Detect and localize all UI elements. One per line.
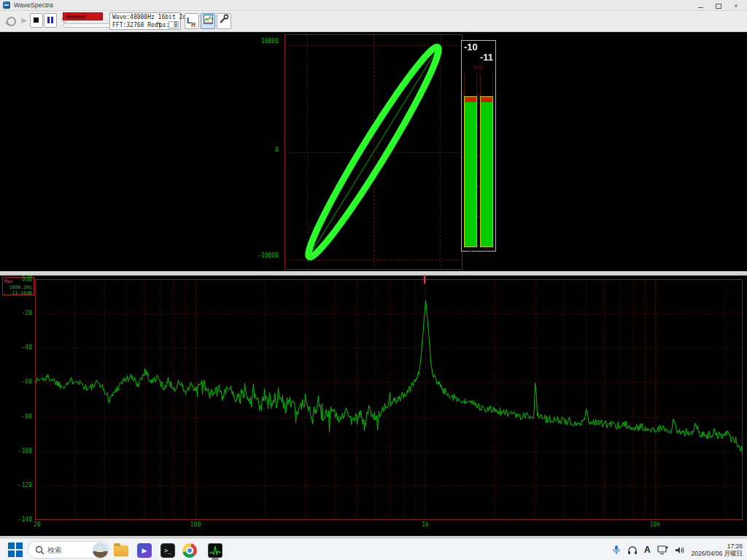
lissajous-scale-bottom: -10000 [257, 252, 279, 259]
display-mode-button[interactable] [201, 13, 215, 29]
clock-time: 17:26 [692, 542, 743, 550]
microphone-icon[interactable] [612, 545, 621, 555]
status-badge [63, 12, 103, 20]
meter-bar-left [464, 96, 477, 247]
meter-right-db: -11 [480, 52, 493, 63]
maximize-icon[interactable] [715, 3, 722, 9]
peak-readout-freq: 1000.2Hz [4, 284, 32, 290]
taskbar: 検索 ▶ >_ A [0, 538, 747, 560]
taskbar-item-wavespectra[interactable] [206, 542, 224, 559]
wrench-icon [219, 14, 229, 24]
system-tray: A 17:26 2026/04/06 月曜日 [612, 539, 743, 560]
stop-button[interactable] [30, 13, 43, 28]
y-label-140: -140 [1, 516, 32, 523]
y-label-100: -100 [1, 448, 32, 454]
signal-info-box: Wave:48000Hz 16bit 2ch FFT:32768 Rect. f… [109, 12, 181, 30]
search-highlight-image[interactable] [93, 542, 108, 558]
meter-left-db: -10 [464, 42, 478, 52]
x-label-20: 20 [34, 521, 41, 528]
volume-icon[interactable] [675, 545, 685, 555]
chrome-icon [182, 543, 197, 558]
y-label-60: -60 [1, 378, 32, 385]
pause-button[interactable] [44, 13, 57, 28]
meter-peak-segment [465, 97, 476, 102]
window-title: WaveSpectra [14, 1, 53, 9]
taskbar-item-explorer[interactable] [112, 542, 130, 559]
x-label-10k: 10k [648, 521, 662, 528]
taskbar-clock[interactable]: 17:26 2026/04/06 月曜日 [692, 542, 743, 557]
folder-icon [114, 545, 128, 556]
taskbar-item-terminal[interactable]: >_ [159, 542, 177, 559]
windows-logo-icon [8, 542, 15, 549]
fps-value: 8 [169, 21, 179, 28]
level-meter: -10 -11 0dB 10 20 30 40 50 L R [461, 40, 496, 252]
toolbar: ▶ ↻ Wave:48000Hz 16bit 2ch FFT:32768 Rec… [0, 11, 747, 32]
peak-marker [424, 275, 425, 284]
meter-bar-right [480, 96, 493, 247]
meter-level-segment [465, 102, 476, 246]
meter-channel-left: L [464, 247, 477, 252]
play-button[interactable]: ▶ [18, 13, 31, 28]
search-icon [35, 545, 44, 555]
search-box[interactable]: 検索 [28, 541, 109, 559]
wavespectra-icon [208, 543, 222, 558]
x-label-1k: 1k [418, 521, 433, 528]
fps-label: fps: [155, 22, 169, 28]
graph-icon [204, 15, 213, 24]
display-icon[interactable] [657, 545, 668, 555]
channel-lr-button[interactable]: L R [185, 13, 199, 29]
stop-icon [34, 18, 39, 23]
spectrum-panel: Max 1000.2Hz -11.16dB 0dB -20 -40 -60 -8… [0, 276, 747, 536]
y-label-0: 0dB [22, 276, 34, 282]
y-label-80: -80 [1, 413, 32, 420]
y-label-40: -40 [1, 344, 32, 351]
minimize-icon[interactable] [697, 3, 705, 9]
media-player-icon: ▶ [137, 543, 152, 558]
record-button[interactable] [4, 13, 17, 28]
y-label-20: -20 [1, 310, 32, 316]
start-button[interactable] [7, 542, 23, 558]
play-icon: ▶ [21, 16, 27, 24]
close-icon[interactable]: × [732, 3, 740, 9]
lissajous-scale-top: 10000 [257, 38, 279, 44]
lissajous-canvas [285, 35, 462, 269]
desktop: WaveSpectra × ▶ ↻ Wave:48000Hz 16bit 2ch… [0, 0, 747, 560]
taskbar-item-media-player[interactable]: ▶ [136, 542, 153, 559]
terminal-icon: >_ [160, 543, 175, 558]
peak-readout-level: -11.16dB [4, 290, 32, 296]
search-placeholder: 検索 [47, 545, 62, 556]
scope-panel: 10000 0 -10000 -10 -11 0dB 10 20 30 40 5… [0, 32, 747, 271]
title-bar: WaveSpectra × [0, 0, 747, 11]
lissajous-display [285, 34, 462, 270]
lissajous-scale-mid: 0 [257, 147, 279, 153]
meter-channel-right: R [480, 247, 493, 252]
headphones-icon[interactable] [627, 545, 638, 555]
x-label-100: 100 [188, 521, 203, 528]
settings-button[interactable] [217, 13, 231, 29]
wave-format-text: Wave:48000Hz 16bit 2ch [112, 14, 190, 20]
spectrum-canvas [35, 279, 743, 520]
y-label-120: -120 [1, 482, 32, 489]
ime-mode-indicator[interactable]: A [644, 545, 651, 555]
pause-icon [47, 17, 50, 23]
meter-scale-0: 0dB [462, 65, 495, 71]
app-icon [3, 1, 10, 9]
record-icon [7, 17, 16, 26]
taskbar-item-chrome[interactable] [181, 542, 198, 559]
clock-date: 2026/04/06 月曜日 [692, 550, 743, 557]
